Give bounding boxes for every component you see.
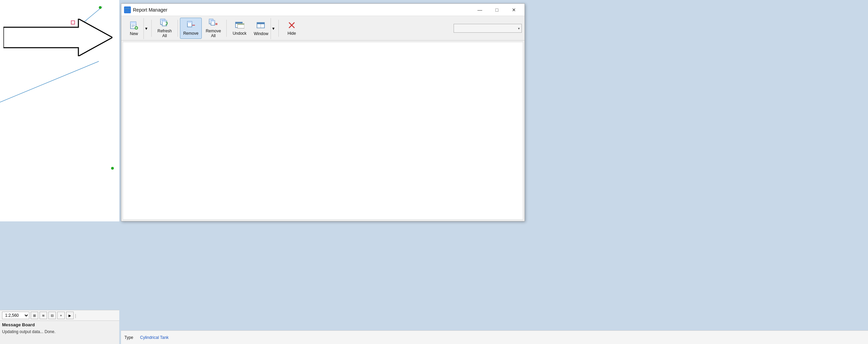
hide-button[interactable]: Hide — [281, 18, 303, 39]
report-content-area — [123, 42, 523, 220]
zoom-select[interactable]: 1:2,560 — [2, 312, 29, 319]
svg-rect-4 — [125, 8, 130, 9]
window-title: Report Manager — [133, 7, 472, 13]
window-icon — [124, 6, 131, 13]
svg-rect-32 — [238, 24, 244, 25]
arrow-annotation — [3, 19, 112, 56]
new-icon — [129, 21, 139, 30]
plus-btn[interactable]: + — [57, 312, 65, 319]
app-status-bar: Type Cylindrical Tank — [121, 330, 868, 344]
svg-rect-26 — [211, 20, 215, 22]
chevron-down-icon: ▾ — [145, 26, 148, 31]
new-split-button[interactable]: New ▾ — [124, 18, 149, 39]
table-btn[interactable]: ⊟ — [48, 312, 56, 319]
green-arrow-dot — [111, 167, 114, 170]
window-label: Window — [254, 31, 269, 36]
undock-icon — [235, 20, 244, 30]
window-icon-toolbar — [256, 21, 266, 30]
search-select[interactable] — [454, 24, 522, 33]
svg-rect-34 — [257, 22, 264, 24]
refresh-all-icon — [160, 18, 169, 28]
hide-label: Hide — [288, 31, 296, 36]
new-label: New — [130, 31, 138, 36]
remove-button[interactable]: Remove — [180, 18, 202, 39]
grid-btn[interactable]: ⊞ — [31, 312, 38, 319]
layers-btn[interactable]: ≋ — [40, 312, 47, 319]
svg-marker-2 — [3, 19, 112, 56]
separator-4 — [278, 20, 279, 37]
remove-all-label: Remove All — [204, 29, 223, 38]
svg-rect-21 — [187, 21, 192, 23]
close-button[interactable]: ✕ — [506, 5, 522, 15]
message-board-label: Message Board — [0, 321, 119, 329]
minimize-button[interactable]: — — [472, 5, 488, 15]
svg-rect-8 — [131, 22, 136, 24]
type-value: Cylindrical Tank — [140, 335, 169, 340]
bottom-panel: 1:2,560 ⊞ ≋ ⊟ + ▶ | Message Board Updati… — [0, 310, 119, 344]
remove-all-button[interactable]: Remove All — [202, 18, 224, 39]
refresh-all-button[interactable]: Refresh All — [154, 18, 176, 39]
remove-label: Remove — [183, 31, 199, 36]
chevron-down-icon-2: ▾ — [272, 26, 275, 31]
type-label: Type — [124, 335, 133, 340]
separator-2 — [178, 20, 178, 37]
hide-icon — [287, 20, 296, 30]
green-dot-indicator — [99, 6, 102, 9]
remove-icon — [186, 20, 196, 30]
new-button[interactable]: New — [124, 18, 143, 39]
play-btn[interactable]: ▶ — [66, 312, 74, 319]
search-select-wrapper: ▾ — [454, 24, 522, 33]
undock-label: Undock — [233, 31, 247, 36]
window-dropdown-arrow[interactable]: ▾ — [271, 18, 276, 39]
status-text: Updating output data... Done. — [0, 329, 119, 335]
toolbar-separator-line: | — [75, 313, 76, 318]
window-controls: — □ ✕ — [472, 5, 522, 15]
maximize-button[interactable]: □ — [489, 5, 505, 15]
remove-all-icon — [209, 18, 218, 28]
report-manager-window: Report Manager — □ ✕ — [121, 3, 525, 221]
separator-1 — [151, 20, 152, 37]
undock-button[interactable]: Undock — [229, 18, 250, 39]
search-dropdown: ▾ — [454, 24, 522, 33]
toolbar: New ▾ Refresh All — [121, 16, 524, 41]
title-bar: Report Manager — □ ✕ — [121, 4, 524, 16]
bottom-toolbar: 1:2,560 ⊞ ≋ ⊟ + ▶ | — [0, 310, 119, 321]
window-split-button[interactable]: Window ▾ — [251, 18, 276, 39]
refresh-all-label: Refresh All — [155, 29, 174, 38]
window-button[interactable]: Window — [252, 18, 271, 39]
svg-line-1 — [0, 61, 99, 102]
new-dropdown-arrow[interactable]: ▾ — [143, 18, 149, 39]
separator-3 — [226, 20, 227, 37]
